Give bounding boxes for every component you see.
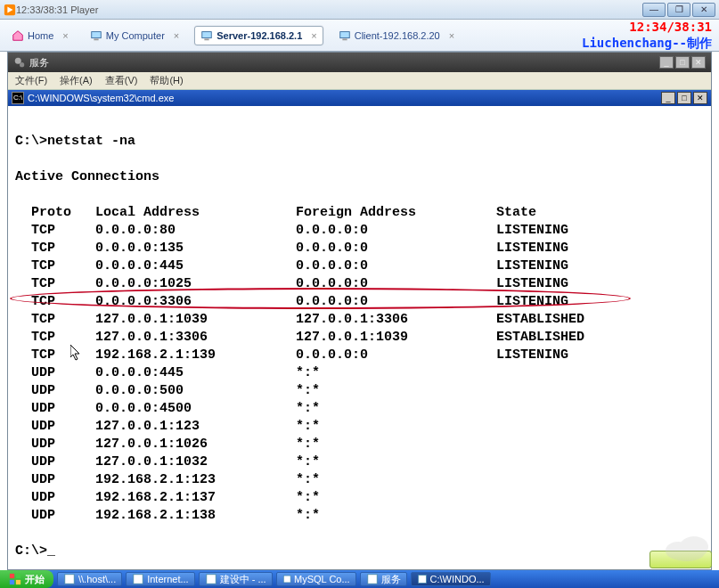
services-menubar: 文件(F)操作(A)查看(V)帮助(H): [8, 72, 711, 90]
vm-title: 12:33/38:31 Player: [16, 4, 642, 15]
taskbar-item-label: 建设中 - ...: [220, 573, 266, 586]
start-label: 开始: [25, 573, 45, 586]
cmd-minimize-button[interactable]: _: [661, 92, 675, 104]
cmd-titlebar: C:\ C:\WINDOWS\system32\cmd.exe _ □ ✕: [8, 90, 711, 106]
start-button[interactable]: 开始: [0, 570, 53, 588]
tab-close-icon[interactable]: ×: [311, 30, 316, 41]
player-icon: [4, 4, 16, 16]
highlight-ellipse: [10, 288, 631, 309]
tab-label: Home: [28, 30, 53, 41]
computer-icon: [90, 29, 102, 42]
svg-rect-17: [65, 575, 75, 584]
vm-minimize-button[interactable]: —: [642, 3, 666, 17]
mouse-cursor-icon: [70, 345, 81, 361]
menu-item[interactable]: 查看(V): [105, 74, 138, 87]
taskbar-item[interactable]: \\.host\...: [57, 572, 122, 586]
cmd-maximize-button[interactable]: □: [677, 92, 691, 104]
tab-my-computer[interactable]: My Computer×: [84, 26, 185, 45]
svg-point-9: [20, 62, 24, 67]
svg-rect-18: [134, 575, 143, 584]
tab-close-icon[interactable]: ×: [62, 30, 68, 41]
taskbar-item[interactable]: Internet...: [126, 572, 194, 586]
taskbar-item-label: C:\WINDO...: [430, 574, 485, 584]
cmd-icon: C:\: [12, 92, 24, 104]
taskbar-item[interactable]: C:\WINDO...: [411, 572, 491, 586]
menu-item[interactable]: 帮助(H): [150, 74, 183, 87]
home-icon: [12, 29, 24, 42]
tab-home[interactable]: Home×: [5, 26, 75, 45]
cmd-title-text: C:\WINDOWS\system32\cmd.exe: [28, 93, 174, 103]
services-close-button[interactable]: ✕: [691, 56, 706, 69]
taskbar-item[interactable]: MySQL Co...: [276, 572, 356, 586]
taskbar-item-label: 服务: [381, 573, 401, 586]
tab-label: Client-192.168.2.20: [355, 30, 440, 41]
app-icon: [63, 573, 76, 585]
svg-rect-14: [16, 574, 20, 578]
tab-label: Server-192.168.2.1: [217, 30, 302, 41]
svg-rect-22: [418, 576, 426, 584]
tab-label: My Computer: [106, 30, 165, 41]
svg-point-8: [15, 58, 21, 64]
taskbar-item[interactable]: 建设中 - ...: [199, 572, 273, 586]
services-maximize-button[interactable]: □: [675, 56, 690, 69]
unknown-green-button[interactable]: [650, 551, 712, 568]
menu-item[interactable]: 文件(F): [15, 74, 47, 87]
taskbar-item[interactable]: 服务: [360, 572, 407, 586]
taskbar-item-label: MySQL Co...: [294, 574, 350, 584]
vm-close-button[interactable]: ✕: [692, 3, 715, 17]
server-icon: [200, 29, 213, 42]
tab-close-icon[interactable]: ×: [174, 30, 179, 41]
svg-rect-6: [339, 31, 349, 37]
cmd-output[interactable]: C:\>netstat -na Active Connections Proto…: [8, 106, 711, 569]
services-minimize-button[interactable]: _: [659, 56, 674, 69]
tab-server-192-168-2-1[interactable]: Server-192.168.2.1×: [194, 26, 323, 45]
app-icon: [282, 573, 291, 585]
svg-rect-20: [283, 576, 290, 583]
client-icon: [339, 29, 351, 42]
app-icon: [417, 573, 428, 585]
overlay-credit: Liuchenchang--制作: [582, 36, 712, 52]
vm-titlebar: 12:33/38:31 Player — ❐ ✕: [0, 0, 719, 20]
svg-rect-7: [342, 38, 347, 40]
taskbar: 开始 \\.host\...Internet...建设中 - ...MySQL …: [0, 570, 719, 588]
taskbar-item-label: \\.host\...: [78, 574, 116, 584]
vm-maximize-button[interactable]: ❐: [667, 3, 690, 17]
overlay-time: 12:34/38:31: [629, 20, 712, 34]
services-title: 服务: [29, 56, 49, 69]
svg-rect-19: [206, 575, 216, 584]
tab-client-192-168-2-20[interactable]: Client-192.168.2.20×: [332, 26, 461, 45]
menu-item[interactable]: 操作(A): [60, 74, 93, 87]
svg-rect-15: [10, 580, 14, 584]
cmd-close-button[interactable]: ✕: [693, 92, 707, 104]
svg-rect-2: [92, 31, 102, 37]
inner-window: 服务 _ □ ✕ 文件(F)操作(A)查看(V)帮助(H) C:\ C:\WIN…: [7, 52, 712, 570]
windows-logo-icon: [9, 573, 21, 585]
svg-rect-3: [94, 38, 98, 40]
app-icon: [132, 573, 144, 585]
gears-icon: [13, 56, 26, 69]
tab-close-icon[interactable]: ×: [449, 30, 454, 41]
app-icon: [366, 573, 379, 585]
services-titlebar: 服务 _ □ ✕: [8, 53, 711, 72]
svg-rect-5: [205, 38, 209, 40]
taskbar-item-label: Internet...: [147, 574, 188, 584]
svg-rect-16: [16, 580, 20, 584]
svg-rect-4: [202, 31, 212, 37]
svg-rect-21: [367, 575, 377, 584]
app-icon: [205, 573, 217, 585]
svg-rect-13: [10, 574, 14, 578]
